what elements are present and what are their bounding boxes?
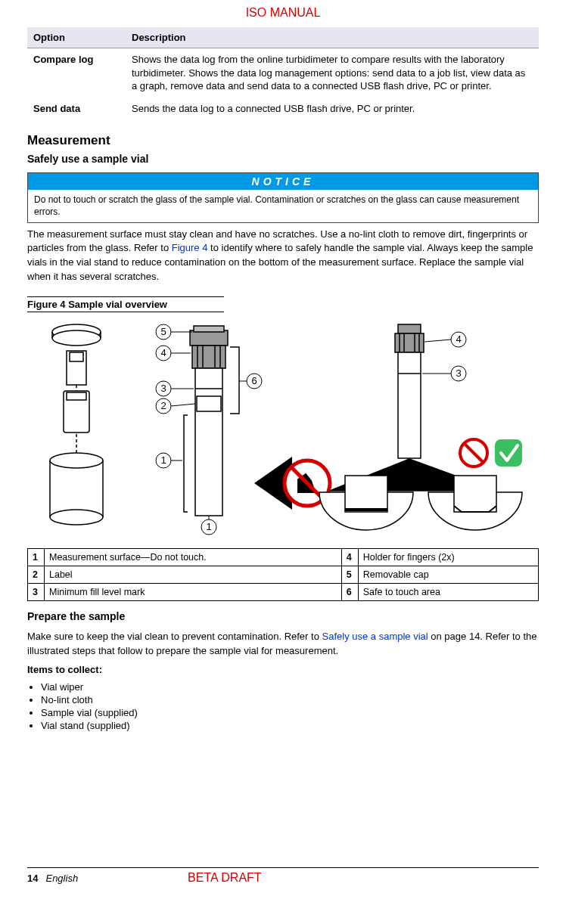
figure-4-diagram: 5 4 3 2 1 6 1 <box>27 317 539 544</box>
svg-rect-15 <box>194 326 224 332</box>
subsection-prepare-sample-title: Prepare the sample <box>27 610 539 622</box>
list-item: Vial wiper <box>41 681 539 693</box>
option-desc: Sends the data log to a connected USB fl… <box>126 98 539 120</box>
options-row: Compare log Shows the data log from the … <box>27 48 539 98</box>
svg-text:4: 4 <box>456 333 461 345</box>
items-to-collect-title: Items to collect: <box>27 663 539 677</box>
svg-text:5: 5 <box>160 326 166 337</box>
figure-4-link[interactable]: Figure 4 <box>172 242 208 253</box>
options-header-description: Description <box>126 27 539 48</box>
svg-rect-68 <box>495 439 522 467</box>
notice-header: NOTICE <box>28 173 538 190</box>
legend-text: Holder for fingers (2x) <box>358 548 538 566</box>
figure-legend-table: 1 Measurement surface—Do not touch. 4 Ho… <box>27 548 539 601</box>
subsection-safely-use-title: Safely use a sample vial <box>27 153 539 165</box>
svg-line-35 <box>171 404 195 406</box>
svg-rect-54 <box>398 352 421 458</box>
svg-rect-21 <box>195 368 222 516</box>
legend-num: 6 <box>341 583 358 600</box>
options-table: Option Description Compare log Shows the… <box>27 27 539 119</box>
option-name: Send data <box>27 98 126 120</box>
svg-point-10 <box>50 453 103 468</box>
svg-rect-8 <box>67 392 86 400</box>
svg-text:6: 6 <box>251 375 257 386</box>
svg-text:1: 1 <box>206 521 211 532</box>
beta-draft-label: BETA DRAFT <box>188 871 262 885</box>
list-item: Vial stand (supplied) <box>41 720 539 731</box>
notice-body: Do not to touch or scratch the glass of … <box>28 190 538 222</box>
measurement-paragraph: The measurement surface must stay clean … <box>27 228 539 284</box>
legend-num: 2 <box>28 566 45 583</box>
svg-text:3: 3 <box>456 367 461 379</box>
svg-point-13 <box>50 510 103 525</box>
legend-text: Label <box>45 566 342 583</box>
svg-text:2: 2 <box>160 400 166 411</box>
section-measurement-title: Measurement <box>27 133 539 148</box>
legend-num: 5 <box>341 566 358 583</box>
svg-text:3: 3 <box>160 383 166 394</box>
legend-text: Measurement surface—Do not touch. <box>45 548 342 566</box>
paragraph-text: Make sure to keep the vial clean to prev… <box>27 631 322 642</box>
legend-num: 3 <box>28 583 45 600</box>
svg-point-1 <box>52 330 101 346</box>
legend-num: 4 <box>341 548 358 566</box>
option-name: Compare log <box>27 48 126 98</box>
page-language: English <box>45 873 78 884</box>
list-item: No-lint cloth <box>41 694 539 705</box>
svg-rect-48 <box>398 324 421 333</box>
svg-text:1: 1 <box>160 454 166 466</box>
legend-text: Removable cap <box>358 566 538 583</box>
svg-rect-5 <box>70 352 83 361</box>
page-footer: 14 English BETA DRAFT <box>27 867 539 885</box>
option-desc: Shows the data log from the online turbi… <box>126 48 539 98</box>
svg-rect-14 <box>190 330 228 346</box>
legend-text: Minimum fill level mark <box>45 583 342 600</box>
svg-line-59 <box>424 340 451 342</box>
list-item: Sample vial (supplied) <box>41 707 539 718</box>
legend-num: 1 <box>28 548 45 566</box>
svg-rect-63 <box>345 476 387 512</box>
legend-text: Safe to touch area <box>358 583 538 600</box>
notice-box: NOTICE Do not to touch or scratch the gl… <box>27 172 539 222</box>
prepare-sample-paragraph: Make sure to keep the vial clean to prev… <box>27 630 539 659</box>
safely-use-link[interactable]: Safely use a sample vial <box>322 631 428 642</box>
options-header-option: Option <box>27 27 126 48</box>
figure-caption: Figure 4 Sample vial overview <box>27 296 224 312</box>
options-row: Send data Sends the data log to a connec… <box>27 98 539 120</box>
page-number: 14 <box>27 873 38 884</box>
svg-text:4: 4 <box>160 347 166 358</box>
items-list: Vial wiper No-lint cloth Sample vial (su… <box>27 681 539 731</box>
iso-manual-label: ISO MANUAL <box>27 0 539 27</box>
svg-rect-22 <box>197 396 221 411</box>
